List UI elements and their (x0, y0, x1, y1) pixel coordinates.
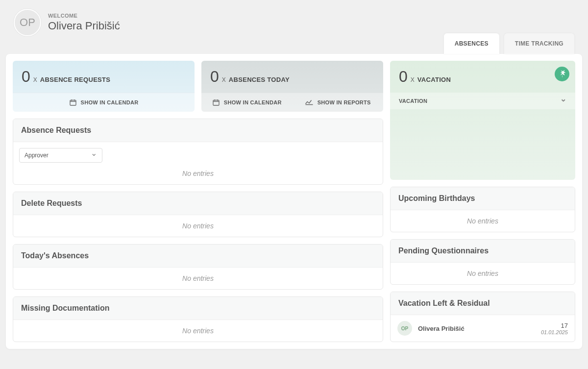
vacation-left-date: 01.01.2025 (541, 329, 568, 335)
left-column: 0 x ABSENCE REQUESTS SHOW IN CALENDAR 0 … (13, 61, 383, 342)
vacation-left-meta: 17 01.01.2025 (541, 322, 568, 335)
approver-select[interactable]: Approver (19, 148, 102, 163)
stat-vacation-x: x (411, 76, 415, 83)
stat-vacation-label: VACATION (417, 76, 451, 83)
calendar-icon (69, 98, 77, 106)
card-delete-requests-title: Delete Requests (13, 192, 383, 215)
welcome-label: WELCOME (48, 13, 120, 19)
user-avatar: OP (14, 9, 41, 36)
tab-absences[interactable]: ABSENCES (444, 33, 499, 54)
welcome-block: WELCOME Olivera Pribišić (48, 13, 120, 32)
card-missing-documentation-title: Missing Documentation (13, 297, 383, 320)
content: 0 x ABSENCE REQUESTS SHOW IN CALENDAR 0 … (6, 54, 582, 349)
show-in-calendar-button[interactable]: SHOW IN CALENDAR (13, 93, 195, 112)
tab-time-tracking[interactable]: TIME TRACKING (504, 33, 574, 54)
vacation-left-amount: 17 (541, 322, 568, 329)
stat-vacation: 0 x VACATION VACATION (390, 61, 575, 180)
show-in-calendar-label: SHOW IN CALENDAR (81, 99, 139, 105)
show-in-calendar-label-2: SHOW IN CALENDAR (224, 99, 282, 105)
show-in-reports-label: SHOW IN REPORTS (318, 99, 371, 105)
main-tabs: ABSENCES TIME TRACKING (444, 33, 574, 54)
show-in-calendar-button-2[interactable]: SHOW IN CALENDAR (201, 93, 293, 112)
stat-absences-today-count: 0 (210, 68, 219, 86)
stat-absence-requests-top: 0 x ABSENCE REQUESTS (13, 61, 195, 93)
stat-row: 0 x ABSENCE REQUESTS SHOW IN CALENDAR 0 … (13, 61, 383, 112)
vacation-left-name: Olivera Pribišić (418, 325, 535, 332)
upcoming-birthdays-empty: No entries (391, 210, 575, 232)
approver-select-label: Approver (24, 152, 49, 159)
page-header: OP WELCOME Olivera Pribišić ABSENCES TIM… (0, 0, 588, 36)
stat-absence-requests: 0 x ABSENCE REQUESTS SHOW IN CALENDAR (13, 61, 195, 112)
vacation-left-avatar: OP (397, 321, 412, 336)
missing-documentation-empty: No entries (13, 320, 383, 342)
card-pending-questionnaires-title: Pending Questionnaires (391, 240, 575, 263)
stat-absence-requests-label: ABSENCE REQUESTS (40, 76, 111, 83)
reports-icon (305, 99, 314, 106)
palm-icon (555, 67, 569, 81)
delete-requests-empty: No entries (13, 215, 383, 237)
right-column: 0 x VACATION VACATION Upcoming Birthdays… (390, 61, 575, 342)
card-todays-absences-title: Today's Absences (13, 245, 383, 268)
card-pending-questionnaires: Pending Questionnaires No entries (390, 239, 575, 285)
chevron-down-icon (560, 98, 566, 104)
show-in-reports-button[interactable]: SHOW IN REPORTS (293, 93, 384, 112)
card-vacation-left: Vacation Left & Residual OP Olivera Prib… (390, 292, 575, 342)
card-upcoming-birthdays: Upcoming Birthdays No entries (390, 187, 575, 232)
card-absence-requests-title: Absence Requests (13, 119, 383, 142)
absence-requests-empty: No entries (19, 163, 377, 184)
card-delete-requests: Delete Requests No entries (13, 192, 383, 237)
vacation-type-dropdown[interactable]: VACATION (390, 93, 575, 109)
user-name: Olivera Pribišić (48, 20, 120, 32)
todays-absences-empty: No entries (13, 268, 383, 289)
stat-absence-requests-count: 0 (22, 68, 30, 86)
card-missing-documentation: Missing Documentation No entries (13, 296, 383, 342)
vacation-left-row[interactable]: OP Olivera Pribišić 17 01.01.2025 (391, 315, 575, 342)
avatar-initials: OP (20, 16, 35, 29)
stat-absences-today-x: x (222, 76, 226, 83)
stat-absence-requests-x: x (33, 76, 37, 83)
calendar-icon (212, 98, 220, 106)
stat-absences-today: 0 x ABSENCES TODAY SHOW IN CALENDAR SHOW… (201, 61, 383, 112)
vacation-type-label: VACATION (399, 98, 427, 104)
stat-vacation-count: 0 (399, 68, 408, 86)
stat-absences-today-label: ABSENCES TODAY (229, 76, 290, 83)
stat-vacation-top: 0 x VACATION (390, 61, 575, 93)
svg-rect-1 (213, 100, 219, 105)
card-absence-requests-body: Approver No entries (13, 142, 383, 184)
stat-absence-requests-actions: SHOW IN CALENDAR (13, 93, 195, 112)
card-vacation-left-title: Vacation Left & Residual (391, 292, 575, 315)
chevron-down-icon (91, 152, 97, 159)
stat-absences-today-top: 0 x ABSENCES TODAY (201, 61, 383, 93)
card-upcoming-birthdays-title: Upcoming Birthdays (391, 187, 575, 210)
card-todays-absences: Today's Absences No entries (13, 244, 383, 290)
stat-absences-today-actions: SHOW IN CALENDAR SHOW IN REPORTS (201, 93, 383, 112)
card-absence-requests: Absence Requests Approver No entries (13, 119, 383, 185)
svg-rect-0 (70, 100, 76, 105)
pending-questionnaires-empty: No entries (391, 263, 575, 284)
